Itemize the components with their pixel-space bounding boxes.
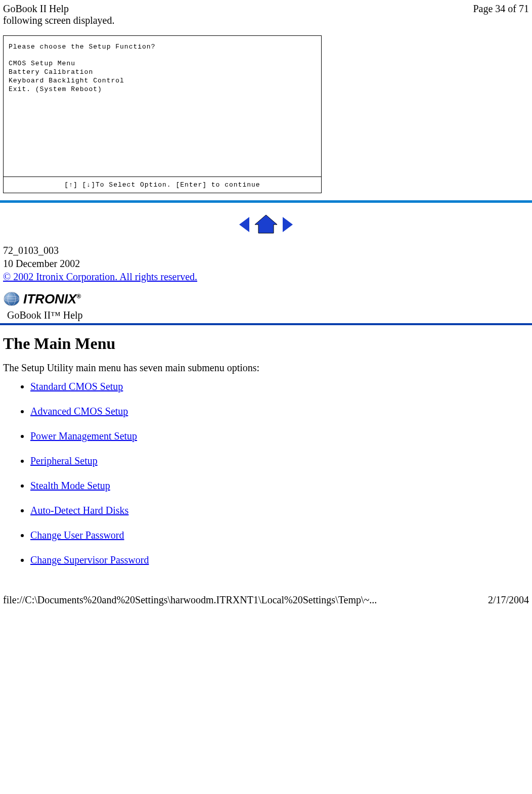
copyright-link[interactable]: © 2002 Itronix Corporation. All rights r…	[3, 271, 197, 282]
link-stealth-mode[interactable]: Stealth Mode Setup	[30, 480, 110, 491]
list-item: Stealth Mode Setup	[30, 480, 532, 492]
brand-block: ITRONIX® GoBook II™ Help	[3, 290, 529, 322]
link-autodetect-hdd[interactable]: Auto-Detect Hard Disks	[30, 505, 128, 516]
page-header: GoBook II Help Page 34 of 71	[0, 0, 532, 15]
doc-title: GoBook II Help	[3, 3, 69, 15]
prev-arrow-icon[interactable]	[239, 217, 249, 232]
section-intro: The Setup Utility main menu has seven ma…	[3, 362, 529, 374]
link-change-user-password[interactable]: Change User Password	[30, 530, 124, 541]
list-item: Power Management Setup	[30, 430, 532, 442]
intro-text: following screen displayed.	[0, 15, 532, 30]
home-icon[interactable]	[255, 215, 277, 233]
footer-path: file://C:\Documents%20and%20Settings\har…	[3, 594, 377, 606]
page-indicator: Page 34 of 71	[473, 3, 529, 15]
link-standard-cmos[interactable]: Standard CMOS Setup	[30, 381, 123, 392]
divider-thin	[0, 323, 532, 325]
divider	[0, 200, 532, 203]
list-item: Advanced CMOS Setup	[30, 406, 532, 417]
link-change-supervisor-password[interactable]: Change Supervisor Password	[30, 554, 149, 565]
bios-screen-footer: [↑] [↓]To Select Option. [Enter] to cont…	[4, 177, 321, 193]
link-peripheral-setup[interactable]: Peripheral Setup	[30, 455, 98, 466]
section-heading: The Main Menu	[3, 334, 529, 353]
list-item: Change User Password	[30, 530, 532, 541]
brand-reg: ®	[76, 293, 81, 300]
doc-meta: 72_0103_003 10 December 2002 © 2002 Itro…	[0, 244, 532, 283]
bios-menu-item: Keyboard Backlight Control	[9, 77, 316, 85]
list-item: Auto-Detect Hard Disks	[30, 505, 532, 516]
list-item: Change Supervisor Password	[30, 554, 532, 566]
footer-date: 2/17/2004	[488, 594, 529, 606]
globe-icon	[3, 290, 20, 307]
next-arrow-icon[interactable]	[283, 217, 293, 232]
bios-prompt: Please choose the Setup Function?	[9, 43, 316, 51]
bios-screen-top: Please choose the Setup Function? CMOS S…	[4, 36, 321, 177]
bios-screenshot: Please choose the Setup Function? CMOS S…	[3, 35, 322, 193]
nav-icons	[0, 214, 532, 238]
list-item: Standard CMOS Setup	[30, 381, 532, 392]
brand-logo: ITRONIX®	[3, 290, 529, 307]
submenu-list: Standard CMOS Setup Advanced CMOS Setup …	[0, 381, 532, 566]
svg-marker-0	[255, 215, 277, 233]
bios-menu-item: CMOS Setup Menu	[9, 60, 316, 68]
bios-menu-item: Exit. (System Reboot)	[9, 85, 316, 94]
doc-date: 10 December 2002	[3, 257, 529, 270]
brand-help-label: GoBook II™ Help	[3, 307, 529, 322]
link-power-management[interactable]: Power Management Setup	[30, 430, 137, 442]
part-number: 72_0103_003	[3, 244, 529, 257]
list-item: Peripheral Setup	[30, 455, 532, 467]
link-advanced-cmos[interactable]: Advanced CMOS Setup	[30, 406, 128, 417]
page-footer: file://C:\Documents%20and%20Settings\har…	[0, 579, 532, 609]
bios-menu-item: Battery Calibration	[9, 68, 316, 77]
brand-name: ITRONIX	[23, 291, 76, 306]
